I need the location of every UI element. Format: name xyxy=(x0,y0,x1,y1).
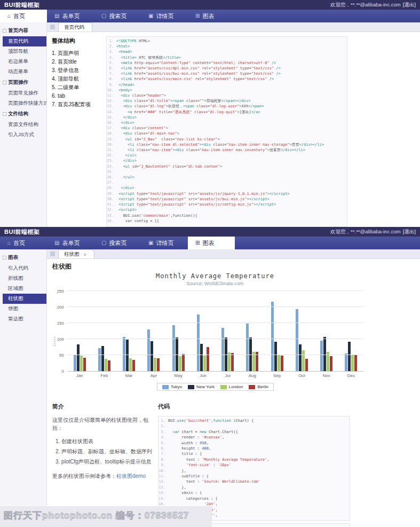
chart-main-area: 柱状图 Monthly Average Temperature Source: … xyxy=(47,259,420,527)
sidebar-item[interactable]: 引入代码 xyxy=(3,263,46,273)
collapse-icon xyxy=(3,256,6,259)
code-line-content: var chart = new Chart.Chart({ xyxy=(168,429,238,435)
code-line: 10. }, xyxy=(159,468,350,474)
chart-plot-wrap: xxxxx 050100150200250 JanFebMarAprMayJun… xyxy=(67,292,363,391)
nav-tab-4[interactable]: ▣详情页 xyxy=(141,237,188,249)
sidebar-group-header[interactable]: 图表 xyxy=(0,252,46,263)
sidebar-item[interactable]: 区域图 xyxy=(3,284,46,294)
sidebar-group-label: 首页内容 xyxy=(8,27,28,34)
sidebar-item[interactable]: 页面常见操作 xyxy=(3,88,46,98)
y-axis-title: xxxxx xyxy=(53,336,56,347)
code-line-number: 9. xyxy=(107,82,116,88)
nav-tab-label: 搜索页 xyxy=(109,12,126,20)
intro-more-text: 更多的柱状图示例请参考： xyxy=(52,473,116,479)
bar-berlin xyxy=(207,347,209,371)
code-line: 15. categories : [ xyxy=(159,496,350,501)
legend-item[interactable]: New York xyxy=(188,384,215,389)
sidebar-item[interactable]: 柱状图 xyxy=(3,294,46,304)
tab-strip-button[interactable] xyxy=(50,25,55,29)
sidebar-item[interactable]: 雷达图 xyxy=(3,314,46,324)
sidebar-item[interactable]: 饼图 xyxy=(3,304,46,314)
legend-item[interactable]: Tokyo xyxy=(162,384,182,389)
sidebar-item[interactable]: 动态菜单 xyxy=(3,67,46,77)
bar-chart-demo-link[interactable]: 柱状图demo xyxy=(116,473,146,479)
bar-berlin xyxy=(281,356,283,371)
bar-berlin xyxy=(305,359,308,371)
code-line-number: 18. xyxy=(107,131,116,136)
chart-plot: 050100150200250 xyxy=(67,292,363,372)
code-line-number: 20. xyxy=(107,142,116,147)
nav-tab-label: 表单页 xyxy=(62,239,80,247)
outline-title: 整体结构 xyxy=(52,37,105,45)
code-line-content: </ul> xyxy=(116,153,137,158)
legend-item[interactable]: London xyxy=(220,384,243,389)
sidebar-group-header[interactable]: 文件结构 xyxy=(0,108,46,120)
code-line-content: </div> xyxy=(116,115,137,120)
code-line-content: <meta http-equiv="Content-Type" content=… xyxy=(116,60,276,66)
sidebar-item[interactable]: 引入JS方式 xyxy=(3,130,46,140)
collapse-icon xyxy=(3,112,6,116)
sidebar-item[interactable]: 页面操作快捷方式 xyxy=(3,98,46,108)
document-tab-bar: 首页代码 xyxy=(47,22,420,32)
sidebar-group-label: 图表 xyxy=(8,254,18,261)
nav-tab-1[interactable]: ⌂首页 xyxy=(0,10,47,22)
sidebar-item[interactable]: 顶部导航 xyxy=(3,46,46,57)
outline-item: 2. 首页title xyxy=(52,58,105,66)
code-line-number: 1. xyxy=(107,38,116,44)
code-line-content: }, xyxy=(168,485,186,490)
sidebar-item[interactable]: 右边菜单 xyxy=(3,57,46,67)
logout-link[interactable]: [退出] xyxy=(403,229,416,235)
legend-item[interactable]: Berlin xyxy=(249,384,268,389)
sidebar-item[interactable]: 资源文件结构 xyxy=(3,120,46,130)
bar-new-york xyxy=(126,340,129,371)
nav-tab-2[interactable]: ▤表单页 xyxy=(47,237,94,249)
sidebar-group-header[interactable]: 页面操作 xyxy=(0,77,46,88)
code-line-number: 11. xyxy=(159,474,168,479)
code-line: 30. <script type="text/javascript" src="… xyxy=(107,196,347,202)
bar-new-york xyxy=(274,342,277,371)
close-icon[interactable]: × xyxy=(84,252,86,257)
nav-tab-5[interactable]: ⊞图表 xyxy=(188,10,235,22)
code-line-number: 8. xyxy=(107,76,116,82)
code-line: 17. <div class="content"> xyxy=(107,125,347,131)
nav-tab-3[interactable]: ▢搜索页 xyxy=(94,10,141,22)
sidebar-group-header[interactable]: 首页内容 xyxy=(0,25,46,36)
bar-london xyxy=(129,358,132,371)
bar-new-york xyxy=(348,342,351,371)
code-line-content: <ul id="J_NavContent" class="dl-tab-cont… xyxy=(116,164,222,169)
collapse-icon xyxy=(3,29,6,33)
y-axis-tick: 200 xyxy=(57,305,64,310)
detail-page-icon: ▣ xyxy=(148,13,153,19)
workspace: 首页内容首页代码顶部导航右边菜单动态菜单页面操作页面常见操作页面操作快捷方式文件… xyxy=(0,22,420,227)
code-line: 1.<!DOCTYPE HTML> xyxy=(107,38,347,44)
logout-link[interactable]: [退出] xyxy=(403,2,416,9)
code-section-title: 代码 xyxy=(158,403,356,411)
nav-tab-4[interactable]: ▣详情页 xyxy=(141,10,188,22)
app-chart-screen: BUI前端框架 欢迎您，**.**@alibaba-inc.com [退出] ⌂… xyxy=(0,227,420,527)
bar-group xyxy=(67,344,92,371)
code-line-content: var config = [{ xyxy=(116,218,159,224)
sidebar-item[interactable]: 首页代码 xyxy=(3,36,46,46)
code-line-number: 2. xyxy=(159,423,168,429)
code-line: 4. <title> HTC 管理系统</title> xyxy=(107,55,347,60)
code-line: 21. <li class="nav-item"><div class="nav… xyxy=(107,147,347,153)
intro-lead: 这里仅仅是介绍最简单的柱状图使用，包括： xyxy=(52,416,154,432)
nav-tab-1[interactable]: ⌂首页 xyxy=(0,237,47,249)
code-line: 2. xyxy=(159,423,350,429)
content-column: 柱状图 × 柱状图 Monthly Average Temperature So… xyxy=(47,249,420,527)
chart-x-labels: JanFebMarAprMayJunJulAugSepOctNovDec xyxy=(67,373,363,378)
code-line-number: 6. xyxy=(159,446,168,451)
bar-berlin xyxy=(182,354,185,371)
doc-tab-home-code[interactable]: 首页代码 xyxy=(58,22,92,32)
tab-strip-button[interactable] xyxy=(50,251,55,256)
nav-tab-2[interactable]: ▤表单页 xyxy=(47,10,94,22)
bar-tokyo xyxy=(98,348,101,371)
code-line: 13. <div class="dl-log">欢迎您，<span class=… xyxy=(107,104,347,109)
doc-tab-bar-chart[interactable]: 柱状图 × xyxy=(58,249,94,258)
code-line-number: 28. xyxy=(107,185,116,191)
sidebar-item[interactable]: 折线图 xyxy=(3,273,46,284)
nav-tab-3[interactable]: ▢搜索页 xyxy=(94,237,141,249)
bar-tokyo xyxy=(172,325,175,371)
nav-tab-5[interactable]: ⊞图表 xyxy=(188,237,235,249)
intro-title: 简介 xyxy=(52,403,154,411)
